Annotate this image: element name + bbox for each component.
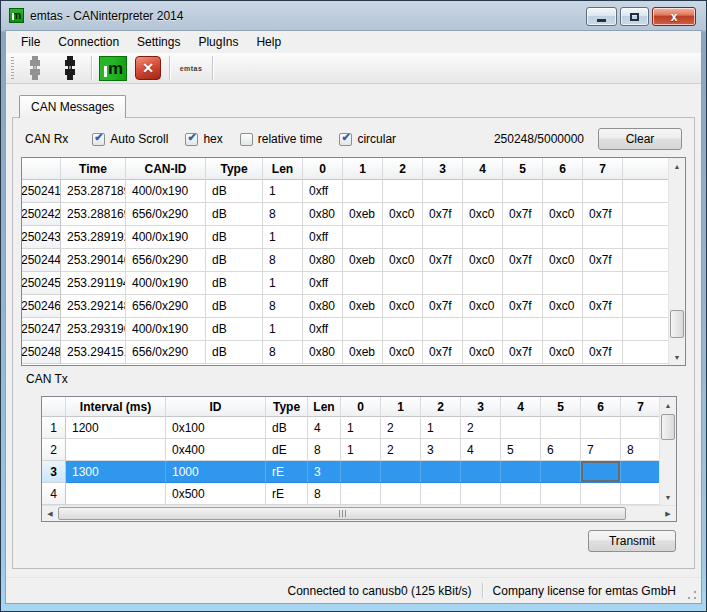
titlebar[interactable]: m emtas - CANinterpreter 2014 x	[5, 1, 702, 30]
table-cell[interactable]	[423, 226, 463, 249]
table-cell[interactable]	[343, 318, 383, 341]
table-cell[interactable]: 253.290146	[61, 249, 126, 272]
table-cell[interactable]	[461, 461, 501, 483]
table-cell[interactable]	[503, 180, 543, 203]
table-row[interactable]: 313001000rE3	[42, 461, 659, 483]
table-cell[interactable]: 8	[263, 295, 303, 318]
scroll-up-icon[interactable]: ▲	[669, 158, 685, 174]
table-cell[interactable]	[501, 417, 541, 439]
table-cell[interactable]: 1300	[66, 461, 166, 483]
corner-header-cell[interactable]	[22, 158, 61, 180]
scroll-up-icon[interactable]: ▲	[660, 397, 676, 413]
table-cell[interactable]: 8	[308, 439, 341, 461]
table-cell[interactable]	[503, 318, 543, 341]
table-cell[interactable]	[501, 483, 541, 505]
scroll-left-icon[interactable]: ◀	[42, 506, 58, 522]
table-cell[interactable]	[541, 461, 581, 483]
scroll-down-icon[interactable]: ▼	[669, 349, 685, 365]
column-header-3[interactable]: 3	[423, 158, 463, 180]
table-cell[interactable]: 1	[263, 226, 303, 249]
maximize-button[interactable]	[620, 7, 649, 26]
table-cell[interactable]	[501, 461, 541, 483]
table-cell[interactable]	[463, 318, 503, 341]
table-cell[interactable]	[543, 318, 583, 341]
table-cell[interactable]	[421, 461, 461, 483]
table-row[interactable]: 250244253.290146656/0x290dB80x800xeb0xc0…	[22, 249, 668, 272]
clear-button[interactable]: Clear	[598, 128, 682, 150]
table-cell[interactable]: 0xc0	[383, 203, 423, 226]
table-cell[interactable]: 656/0x290	[126, 203, 206, 226]
table-cell[interactable]: 0x7f	[503, 341, 543, 364]
row-header-cell[interactable]: 250248	[22, 341, 61, 364]
table-cell[interactable]: 0xc0	[543, 295, 583, 318]
table-cell[interactable]: 656/0x290	[126, 249, 206, 272]
table-cell[interactable]: 253.287189	[61, 180, 126, 203]
column-header-2[interactable]: 2	[383, 158, 423, 180]
table-cell[interactable]: 0xc0	[383, 341, 423, 364]
table-cell[interactable]: 0xc0	[383, 249, 423, 272]
table-cell[interactable]: 0x7f	[503, 203, 543, 226]
column-header-5[interactable]: 5	[503, 158, 543, 180]
table-cell[interactable]	[423, 272, 463, 295]
tx-vertical-scrollbar[interactable]: ▲ ▼	[659, 397, 676, 505]
column-header-Time[interactable]: Time	[61, 158, 126, 180]
table-cell[interactable]	[583, 318, 623, 341]
table-cell[interactable]: 0x7f	[423, 295, 463, 318]
menu-item-file[interactable]: File	[12, 31, 49, 53]
table-row[interactable]: 250247253.293196400/0x190dB10xff	[22, 318, 668, 341]
table-cell[interactable]: 400/0x190	[126, 226, 206, 249]
table-cell[interactable]	[463, 226, 503, 249]
menu-item-plugins[interactable]: PlugIns	[189, 31, 247, 53]
table-cell[interactable]: 3	[421, 439, 461, 461]
table-cell[interactable]: 656/0x290	[126, 295, 206, 318]
table-cell[interactable]	[341, 461, 381, 483]
table-cell[interactable]: 0x7f	[423, 249, 463, 272]
table-cell[interactable]	[621, 461, 659, 483]
column-header-Type[interactable]: Type	[206, 158, 263, 180]
table-cell[interactable]: dB	[206, 203, 263, 226]
column-header-Len[interactable]: Len	[263, 158, 303, 180]
table-cell[interactable]: 0x7f	[423, 203, 463, 226]
column-header-6[interactable]: 6	[543, 158, 583, 180]
rx-vertical-scrollbar[interactable]: ▲ ▼	[668, 158, 685, 365]
table-cell[interactable]: 1	[263, 272, 303, 295]
table-cell[interactable]	[581, 461, 621, 483]
table-cell[interactable]: 1	[341, 439, 381, 461]
table-cell[interactable]: 0x80	[303, 295, 343, 318]
row-header-cell[interactable]: 250246	[22, 295, 61, 318]
table-cell[interactable]: 8	[263, 341, 303, 364]
table-cell[interactable]: rE	[266, 461, 308, 483]
table-cell[interactable]: 1	[263, 180, 303, 203]
table-cell[interactable]: 400/0x190	[126, 272, 206, 295]
table-cell[interactable]	[463, 180, 503, 203]
table-row[interactable]: 20x400dE812345678	[42, 439, 659, 461]
resize-grip-icon[interactable]	[686, 589, 698, 601]
table-cell[interactable]: 0xc0	[463, 341, 503, 364]
table-cell[interactable]: 4	[308, 417, 341, 439]
column-header-0[interactable]: 0	[341, 397, 381, 417]
table-cell[interactable]: 0xc0	[463, 295, 503, 318]
table-cell[interactable]	[343, 180, 383, 203]
table-cell[interactable]: 0xeb	[343, 203, 383, 226]
column-header-6[interactable]: 6	[581, 397, 621, 417]
table-cell[interactable]: 253.291194	[61, 272, 126, 295]
table-cell[interactable]: 1	[421, 417, 461, 439]
checkbox-relative-time[interactable]: relative time	[240, 132, 323, 146]
row-header-cell[interactable]: 250245	[22, 272, 61, 295]
table-cell[interactable]: 2	[381, 417, 421, 439]
table-cell[interactable]: 8	[621, 439, 659, 461]
table-cell[interactable]: 0xc0	[463, 249, 503, 272]
corner-header-cell[interactable]	[42, 397, 66, 417]
table-row[interactable]: 250241253.287189400/0x190dB10xff	[22, 180, 668, 203]
table-cell[interactable]: dB	[206, 226, 263, 249]
table-cell[interactable]: 3	[308, 461, 341, 483]
table-cell[interactable]: 656/0x290	[126, 341, 206, 364]
table-cell[interactable]: 253.288169	[61, 203, 126, 226]
table-row[interactable]: 250245253.291194400/0x190dB10xff	[22, 272, 668, 295]
table-row[interactable]: 40x500rE8	[42, 483, 659, 505]
column-header-Interval (ms)[interactable]: Interval (ms)	[66, 397, 166, 417]
table-cell[interactable]: 0x7f	[423, 341, 463, 364]
column-header-2[interactable]: 2	[421, 397, 461, 417]
table-cell[interactable]	[343, 272, 383, 295]
table-cell[interactable]: dB	[266, 417, 308, 439]
